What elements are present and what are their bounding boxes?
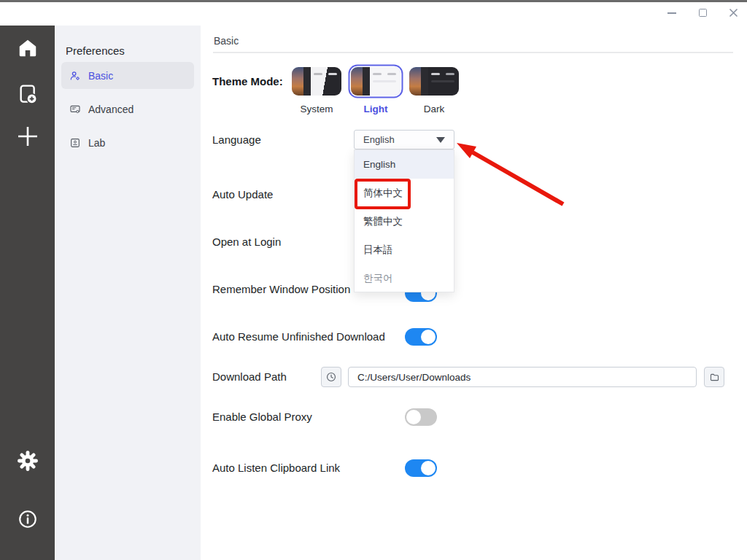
language-select[interactable]: English <box>354 130 454 149</box>
nav-rail <box>0 26 55 560</box>
auto-resume-label: Auto Resume Unfinished Download <box>212 329 385 345</box>
theme-thumb-photo <box>292 67 303 96</box>
theme-thumb-sidebar <box>303 67 311 96</box>
maximize-icon <box>699 9 707 17</box>
download-path-input[interactable] <box>348 367 697 387</box>
sidebar-item-basic[interactable]: Basic <box>61 62 194 89</box>
language-dropdown: English 简体中文 繁體中文 日本語 한국어 <box>354 149 454 292</box>
window-controls <box>667 0 738 26</box>
close-button[interactable] <box>728 8 738 18</box>
enable-global-proxy-toggle[interactable] <box>405 408 437 426</box>
sidebar-item-label: Lab <box>88 137 105 149</box>
section-title: Basic <box>214 35 239 47</box>
theme-label-dark[interactable]: Dark <box>409 104 459 114</box>
remember-window-position-label: Remember Window Position <box>212 281 350 298</box>
titlebar <box>0 0 747 26</box>
annotation-red-box <box>355 179 411 209</box>
open-at-login-label: Open at Login <box>212 234 281 250</box>
theme-thumb-content <box>311 67 341 96</box>
app-window: Preferences Basic Advanced <box>0 0 747 560</box>
language-option-korean[interactable]: 한국어 <box>355 265 454 293</box>
theme-thumb-content <box>370 67 400 96</box>
auto-resume-toggle[interactable] <box>405 328 437 346</box>
toggle-knob <box>421 330 436 344</box>
language-label: Language <box>212 132 261 148</box>
browse-folder-button[interactable] <box>704 367 724 387</box>
minimize-button[interactable] <box>667 8 677 18</box>
theme-thumb-photo <box>409 67 421 96</box>
auto-update-label: Auto Update <box>212 187 273 203</box>
toggle-knob <box>406 410 421 424</box>
maximize-button[interactable] <box>697 8 708 18</box>
settings-gear-icon <box>17 450 39 472</box>
theme-mode-label: Theme Mode: <box>212 74 283 90</box>
toggle-knob <box>421 461 436 475</box>
lab-box-icon <box>69 137 81 149</box>
new-download-icon <box>16 82 39 106</box>
plus-icon <box>15 124 40 149</box>
language-option-traditional-chinese[interactable]: 繁體中文 <box>355 207 454 236</box>
language-option-english[interactable]: English <box>355 150 454 179</box>
window-top-edge <box>0 0 747 2</box>
settings-main: Basic Theme Mode: <box>201 26 747 560</box>
minimize-icon <box>667 12 676 14</box>
sidebar-item-lab[interactable]: Lab <box>61 129 194 156</box>
language-select-value: English <box>363 134 436 145</box>
nav-add-button[interactable] <box>0 124 55 149</box>
download-path-label: Download Path <box>212 369 287 385</box>
info-icon <box>17 508 39 530</box>
preferences-sidebar: Preferences Basic Advanced <box>55 26 201 560</box>
history-clock-icon <box>325 371 337 383</box>
nav-home-button[interactable] <box>0 37 55 59</box>
theme-thumb-content <box>428 67 459 96</box>
theme-label-light[interactable]: Light <box>351 104 400 114</box>
chevron-down-icon <box>436 137 445 143</box>
theme-thumb-sidebar <box>363 67 370 96</box>
download-history-button[interactable] <box>321 367 341 387</box>
section-divider <box>213 52 733 53</box>
nav-new-download-button[interactable] <box>0 82 55 106</box>
sidebar-item-label: Advanced <box>88 104 133 115</box>
browse-folder-icon <box>709 372 720 383</box>
theme-option-light[interactable] <box>351 67 400 96</box>
panel-gear-icon <box>69 104 81 115</box>
theme-option-dark[interactable] <box>409 67 459 96</box>
auto-listen-clipboard-label: Auto Listen Clipboard Link <box>212 460 340 476</box>
language-option-japanese[interactable]: 日本語 <box>355 236 454 265</box>
user-gear-icon <box>69 70 81 82</box>
theme-label-system[interactable]: System <box>292 104 341 114</box>
close-icon <box>729 8 738 18</box>
nav-about-button[interactable] <box>0 508 55 530</box>
sidebar-item-label: Basic <box>88 70 113 82</box>
theme-thumb-sidebar <box>421 67 428 96</box>
auto-listen-clipboard-toggle[interactable] <box>405 459 437 477</box>
nav-settings-button[interactable] <box>0 450 55 472</box>
sidebar-item-advanced[interactable]: Advanced <box>61 96 194 122</box>
theme-thumb-photo <box>351 67 363 96</box>
theme-option-system[interactable] <box>292 67 341 96</box>
home-icon <box>17 37 39 59</box>
preferences-title: Preferences <box>66 44 125 57</box>
enable-global-proxy-label: Enable Global Proxy <box>212 409 312 425</box>
